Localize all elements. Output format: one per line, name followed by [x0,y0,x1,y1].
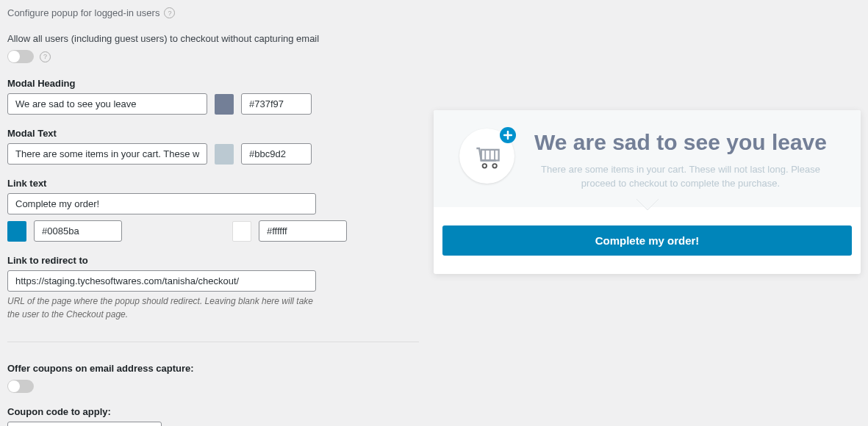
svg-point-4 [482,164,487,168]
cart-icon [459,129,514,184]
link-text-fg-swatch[interactable] [232,221,251,242]
link-text-label: Link text [7,178,419,189]
offer-coupons-toggle[interactable] [7,380,34,393]
section-configure-popup: Configure popup for logged-in users ? [7,7,419,18]
allow-all-users-label: Allow all users (including guest users) … [7,33,419,44]
help-icon[interactable]: ? [164,7,175,18]
redirect-help: URL of the page where the popup should r… [7,295,316,321]
redirect-input[interactable] [7,270,316,292]
link-text-bg-swatch[interactable] [7,221,26,242]
allow-all-users-toggle[interactable] [7,50,34,63]
modal-text-label: Modal Text [7,128,419,139]
modal-heading-color-input[interactable] [241,93,312,115]
svg-point-5 [492,164,497,168]
modal-text-input[interactable] [7,143,207,165]
link-text-bg-color-input[interactable] [34,220,122,242]
modal-heading-input[interactable] [7,93,207,115]
plus-icon [500,127,516,143]
preview-modal: We are sad to see you leave There are so… [434,110,861,274]
arrow-down-icon [636,199,659,211]
configure-popup-label: Configure popup for logged-in users [7,7,159,18]
preview-description: There are some items in your cart. These… [526,162,835,191]
divider [7,342,419,342]
coupon-code-input[interactable] [7,422,162,426]
help-icon[interactable]: ? [40,51,51,62]
offer-coupons-label: Offer coupons on email address capture: [7,363,419,374]
preview-heading: We are sad to see you leave [526,129,835,156]
modal-text-swatch[interactable] [215,144,234,165]
coupon-code-label: Coupon code to apply: [7,406,419,417]
modal-heading-swatch[interactable] [215,94,234,115]
link-text-fg-color-input[interactable] [259,220,347,242]
modal-heading-label: Modal Heading [7,78,419,89]
redirect-label: Link to redirect to [7,255,419,266]
modal-text-color-input[interactable] [241,143,312,165]
link-text-input[interactable] [7,193,316,214]
complete-order-button[interactable]: Complete my order! [442,225,852,256]
